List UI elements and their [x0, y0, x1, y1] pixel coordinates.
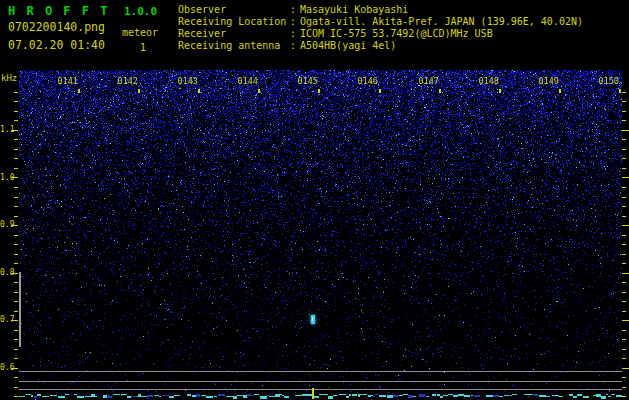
axis-tick — [14, 387, 18, 388]
axis-tick — [622, 387, 626, 388]
axis-tick — [622, 225, 629, 226]
info-label: Receiver — [178, 28, 290, 40]
axis-tick — [622, 301, 626, 302]
axis-tick — [14, 168, 18, 169]
axis-tick — [622, 235, 626, 236]
axis-tick — [622, 92, 626, 93]
axis-tick — [622, 320, 629, 321]
meteor-echo-dot — [311, 315, 315, 324]
axis-tick — [622, 311, 626, 312]
axis-tick — [622, 187, 626, 188]
axis-tick — [318, 89, 320, 93]
axis-tick — [14, 377, 18, 378]
axis-tick — [14, 349, 18, 350]
axis-tick — [622, 130, 629, 131]
x-axis-label: 0148 — [476, 76, 499, 86]
spectrogram-canvas — [19, 70, 622, 400]
axis-tick — [14, 301, 18, 302]
info-separator: : — [290, 28, 300, 40]
axis-tick — [619, 89, 621, 93]
axis-tick — [622, 273, 629, 274]
x-axis-label: 0150 — [596, 76, 619, 86]
y-axis-unit-label: kHz — [1, 73, 17, 83]
x-axis-label: 0147 — [416, 76, 439, 86]
x-axis-label: 0144 — [235, 76, 258, 86]
info-value: Ogata-vill. Akita-Pref. JAPAN (139.96E, … — [300, 16, 583, 28]
axis-tick — [499, 89, 501, 93]
axis-tick — [622, 216, 626, 217]
axis-tick — [622, 254, 626, 255]
info-separator: : — [290, 40, 300, 52]
axis-tick — [622, 177, 629, 178]
axis-tick — [622, 244, 626, 245]
axis-tick — [622, 330, 626, 331]
x-axis-label: 0143 — [175, 76, 198, 86]
axis-tick — [14, 92, 18, 93]
info-row-antenna: Receiving antenna:A504HB(yagi 4el) — [178, 40, 583, 52]
axis-tick — [559, 89, 561, 93]
info-label: Receiving antenna — [178, 40, 290, 52]
axis-tick — [622, 368, 629, 369]
axis-tick — [138, 89, 140, 93]
meteor-echo-core — [312, 317, 313, 321]
axis-tick — [622, 158, 626, 159]
hrofft-spectrogram-screen: H R O F F T 1.0.0 0702200140.png meteor … — [0, 0, 629, 400]
axis-tick — [622, 292, 626, 293]
axis-tick — [622, 168, 626, 169]
axis-tick — [14, 149, 18, 150]
axis-tick — [14, 339, 18, 340]
axis-tick — [622, 197, 626, 198]
axis-tick — [78, 89, 80, 93]
axis-tick — [622, 358, 626, 359]
axis-tick — [622, 377, 626, 378]
axis-tick — [14, 263, 18, 264]
axis-tick — [439, 89, 441, 93]
axis-tick — [14, 139, 18, 140]
axis-tick — [14, 101, 18, 102]
mode-label: meteor — [122, 27, 158, 38]
axis-tick — [11, 273, 18, 274]
info-row-receiver: Receiver:ICOM IC-575 53.7492(@LCD)MHz US… — [178, 28, 583, 40]
info-label: Observer — [178, 4, 290, 16]
info-value: ICOM IC-575 53.7492(@LCD)MHz USB — [300, 28, 493, 40]
axis-tick — [14, 282, 18, 283]
axis-tick — [14, 216, 18, 217]
info-row-observer: Observer:Masayuki Kobayashi — [178, 4, 583, 16]
x-axis-label: 0149 — [536, 76, 559, 86]
axis-tick — [379, 89, 381, 93]
axis-tick — [14, 330, 18, 331]
axis-tick — [622, 120, 626, 121]
station-info-block: Observer:Masayuki Kobayashi Receiving Lo… — [178, 4, 583, 52]
x-axis-label: 0146 — [355, 76, 378, 86]
axis-tick — [14, 244, 18, 245]
axis-tick — [14, 396, 18, 397]
info-separator: : — [290, 4, 300, 16]
axis-tick — [14, 311, 18, 312]
axis-tick — [198, 89, 200, 93]
axis-tick — [622, 149, 626, 150]
app-title: H R O F F T — [8, 4, 109, 18]
axis-tick — [14, 187, 18, 188]
observation-datetime: 07.02.20 01:40 — [8, 38, 105, 52]
app-version: 1.0.0 — [124, 5, 157, 18]
axis-tick — [14, 206, 18, 207]
axis-tick — [14, 358, 18, 359]
left-edge-artifact-line — [19, 272, 21, 347]
axis-tick — [622, 111, 626, 112]
axis-tick — [14, 292, 18, 293]
axis-tick — [622, 206, 626, 207]
axis-tick — [622, 339, 626, 340]
axis-tick — [14, 254, 18, 255]
axis-tick — [622, 349, 626, 350]
axis-tick — [14, 120, 18, 121]
axis-tick — [11, 177, 18, 178]
axis-tick — [622, 139, 626, 140]
carrier-line — [19, 389, 622, 390]
axis-tick — [622, 101, 626, 102]
axis-tick — [14, 197, 18, 198]
axis-tick — [622, 396, 626, 397]
x-axis-label: 0142 — [115, 76, 138, 86]
axis-tick — [14, 111, 18, 112]
info-row-location: Receiving Location:Ogata-vill. Akita-Pre… — [178, 16, 583, 28]
info-value: Masayuki Kobayashi — [300, 4, 408, 16]
